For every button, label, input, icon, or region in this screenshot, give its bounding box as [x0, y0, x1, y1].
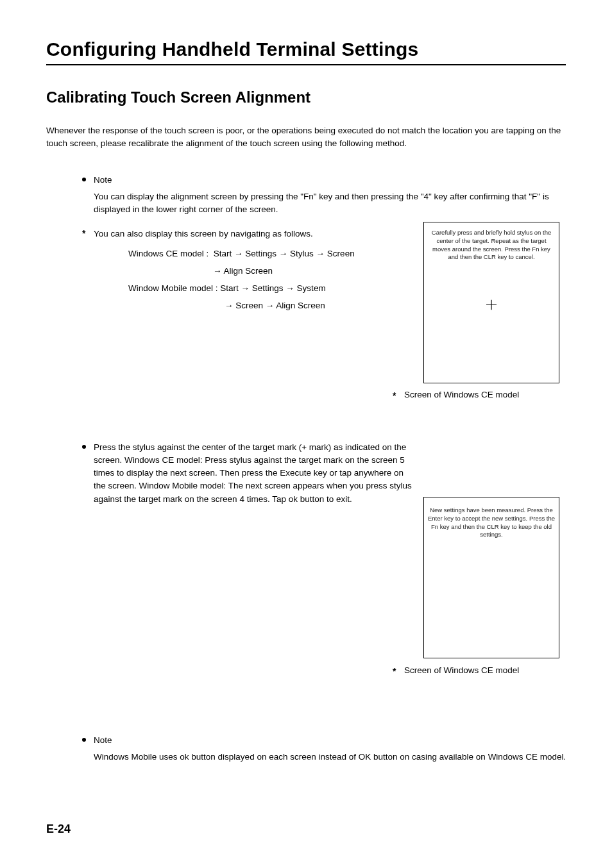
bullet-icon — [82, 738, 86, 742]
target-cross-icon — [486, 300, 497, 310]
caption2-text: Screen of Windows CE model — [404, 665, 519, 675]
calibration-screen-1: Carefully press and briefly hold stylus … — [423, 222, 559, 383]
note2-text: Windows Mobile uses ok button displayed … — [94, 751, 568, 764]
note1-text: You can display the alignment screen by … — [94, 190, 566, 217]
note-label: Note — [94, 175, 112, 185]
bullet-icon — [82, 178, 86, 181]
calibration-screen-2: New settings have been measured. Press t… — [423, 497, 559, 658]
intro-paragraph: Whenever the response of the touch scree… — [46, 124, 566, 151]
bullet-icon — [82, 445, 86, 449]
caption1-text: Screen of Windows CE model — [404, 390, 519, 399]
screen1-text: Carefully press and briefly hold stylus … — [424, 229, 559, 262]
screen2-text: New settings have been measured. Press t… — [424, 504, 559, 539]
page-number: E-24 — [46, 822, 71, 836]
note1-star-text: You can also display this screen by navi… — [94, 228, 313, 240]
section-title: Configuring Handheld Terminal Settings — [46, 38, 566, 65]
subsection-title: Calibrating Touch Screen Alignment — [46, 88, 566, 106]
asterisk-icon: * — [393, 665, 399, 678]
asterisk-icon: * — [82, 228, 89, 240]
calib-text: Press the stylus against the center of t… — [94, 441, 414, 506]
note-label: Note — [94, 735, 112, 745]
asterisk-icon: * — [393, 390, 399, 403]
